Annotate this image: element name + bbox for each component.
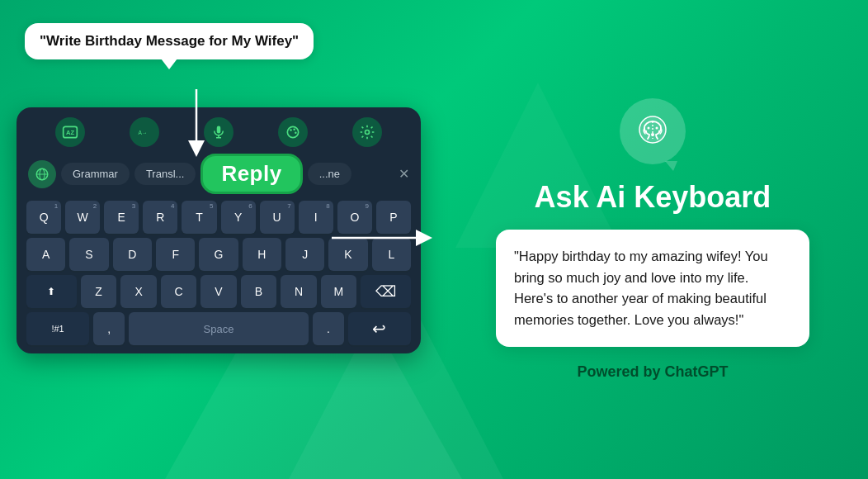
chip-translate[interactable]: Transl... xyxy=(134,163,196,185)
chip-row: Grammar Transl... Reply ...ne ✕ xyxy=(25,154,413,194)
toolbar-icon-settings[interactable] xyxy=(352,117,382,147)
key-j[interactable]: J xyxy=(285,238,324,271)
key-comma[interactable]: , xyxy=(93,312,125,345)
key-m[interactable]: M xyxy=(321,275,356,308)
key-w[interactable]: W2 xyxy=(65,201,100,234)
key-c[interactable]: C xyxy=(161,275,196,308)
key-q[interactable]: Q1 xyxy=(26,201,61,234)
key-row-4: !#1 , Space . ↩ xyxy=(26,312,411,345)
svg-point-18 xyxy=(656,126,658,129)
key-s[interactable]: S xyxy=(69,238,108,271)
key-u[interactable]: U7 xyxy=(260,201,295,234)
svg-point-6 xyxy=(287,126,298,137)
key-v[interactable]: V xyxy=(200,275,236,308)
key-shift[interactable]: ⬆ xyxy=(26,275,77,308)
main-container: "Write Birthday Message for My Wifey" xyxy=(0,0,868,479)
key-enter[interactable]: ↩ xyxy=(348,312,411,345)
key-a[interactable]: A xyxy=(26,238,65,271)
key-b[interactable]: B xyxy=(241,275,276,308)
powered-by-text: Powered by ChatGPT xyxy=(577,363,728,381)
arrow-down xyxy=(180,89,213,159)
ai-brain-bubble xyxy=(620,98,686,164)
key-row-3: ⬆ Z X C V B N M ⌫ xyxy=(26,275,411,308)
chip-close-button[interactable]: ✕ xyxy=(399,166,409,182)
quote-text: "Happy birthday to my amazing wifey! You… xyxy=(514,246,791,330)
chip-globe[interactable] xyxy=(28,160,56,188)
toolbar-icon-palette[interactable] xyxy=(278,117,308,147)
left-panel: "Write Birthday Message for My Wifey" xyxy=(0,0,437,479)
key-h[interactable]: H xyxy=(243,238,281,271)
key-d[interactable]: D xyxy=(113,238,152,271)
key-x[interactable]: X xyxy=(120,275,156,308)
key-backspace[interactable]: ⌫ xyxy=(361,275,411,308)
toolbar-icon-translate[interactable]: A→ xyxy=(130,117,159,147)
brain-icon xyxy=(633,111,672,151)
ai-icon-wrap xyxy=(620,98,686,164)
key-space[interactable]: Space xyxy=(129,312,309,345)
key-period[interactable]: . xyxy=(313,312,344,345)
svg-rect-3 xyxy=(217,126,221,134)
chip-grammar[interactable]: Grammar xyxy=(61,163,130,185)
key-symbols[interactable]: !#1 xyxy=(26,312,89,345)
callout-text: "Write Birthday Message for My Wifey" xyxy=(40,33,299,49)
key-t[interactable]: T5 xyxy=(182,201,216,234)
svg-text:AZ: AZ xyxy=(66,129,74,136)
key-n[interactable]: N xyxy=(281,275,316,308)
svg-point-16 xyxy=(651,133,654,136)
bg-decoration-3 xyxy=(455,83,620,248)
toolbar-row: AZ A→ xyxy=(25,117,413,147)
svg-point-10 xyxy=(366,130,370,135)
svg-point-7 xyxy=(290,129,292,131)
svg-point-17 xyxy=(648,126,650,129)
svg-point-20 xyxy=(658,130,660,131)
toolbar-icon-az[interactable]: AZ xyxy=(55,117,85,147)
key-z[interactable]: Z xyxy=(81,275,116,308)
key-f[interactable]: F xyxy=(156,238,195,271)
arrow-right xyxy=(332,221,431,258)
key-e[interactable]: E3 xyxy=(104,201,139,234)
key-g[interactable]: G xyxy=(199,238,238,271)
callout-bubble: "Write Birthday Message for My Wifey" xyxy=(25,23,314,59)
svg-point-9 xyxy=(295,132,297,135)
chip-reply[interactable]: Reply xyxy=(200,154,302,194)
svg-point-8 xyxy=(293,128,295,130)
key-i[interactable]: I8 xyxy=(299,201,333,234)
svg-point-19 xyxy=(645,130,647,131)
key-r[interactable]: R4 xyxy=(143,201,177,234)
svg-text:A→: A→ xyxy=(139,130,148,135)
key-y[interactable]: Y6 xyxy=(221,201,256,234)
chip-tone[interactable]: ...ne xyxy=(308,163,351,185)
